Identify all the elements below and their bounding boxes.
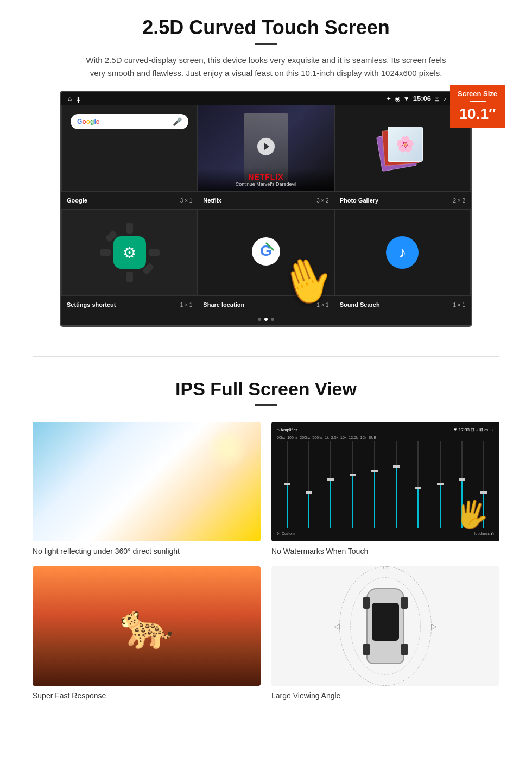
status-left: ⌂ ψ [68,95,81,103]
car-top-view: ◁ ▷ △ ▽ [345,572,426,680]
amp-bar-5 [364,441,384,528]
svg-rect-4 [100,249,111,256]
amp-header: ⌂ Amplifier ▼ 17:33 ⊡ ♪ ⊠ ▭ → [277,427,494,432]
app-grid-row1: Google 🎤 [61,105,471,192]
car-bg: ◁ ▷ △ ▽ [271,566,499,686]
mic-icon[interactable]: 🎤 [173,117,182,126]
status-time: 15:06 [413,94,431,103]
amplifier-image: ⌂ Amplifier ▼ 17:33 ⊡ ♪ ⊠ ▭ → 60hz100hz2… [271,422,499,541]
share-location-cell[interactable]: G 🤚 [198,209,334,296]
section2-divider [255,404,277,406]
features-grid: No light reflecting under 360° direct su… [33,422,499,700]
app-labels-row1: Google 3 × 1 Netflix 3 × 2 Photo Gallery… [61,192,471,209]
netflix-label: Netflix 3 × 2 [198,195,334,206]
gallery-card-top: 🌸 [388,127,423,162]
screen-size-value: 10.1″ [458,104,497,124]
music-note-icon: ♪ [386,236,419,269]
amp-bar-2 [299,441,319,528]
feature-sunlight: No light reflecting under 360° direct su… [33,422,261,556]
amp-bar-6 [386,441,406,528]
svg-rect-5 [149,249,160,256]
gallery-label: Photo Gallery 2 × 2 [334,195,471,206]
section-ips-screen: IPS Full Screen View No light reflecting… [0,373,532,716]
app-grid-row2: ⚙ G 🤚 [61,209,471,296]
wheel-front-right [401,597,408,609]
amp-preset: ⟨« Custom [277,532,295,536]
car-windshield [372,603,399,641]
feature-cheetah: 🐆 Super Fast Response [33,566,261,700]
amp-bar-7 [408,441,428,528]
amp-bar-1 [277,441,297,528]
gear-icon: ⚙ [123,244,136,262]
view-arrow-bottom: ▽ [383,683,389,686]
screen-mockup-wrapper: Screen Size 10.1″ ⌂ ψ ✦ ◉ ▼ 15:06 ⊡ ♪ ⊠ [60,91,472,327]
cheetah-image: 🐆 [33,566,261,686]
sound-search-cell[interactable]: ♪ [334,209,471,296]
volume-icon: ♪ [443,95,446,103]
amp-footer: ⟨« Custom loudness ◐ [277,532,494,536]
status-bar: ⌂ ψ ✦ ◉ ▼ 15:06 ⊡ ♪ ⊠ ▭ [61,92,471,105]
netflix-subtitle: Continue Marvel's Daredevil [202,181,329,187]
feature-amplifier: ⌂ Amplifier ▼ 17:33 ⊡ ♪ ⊠ ▭ → 60hz100hz2… [271,422,499,556]
usb-icon: ψ [76,95,81,103]
wheel-rear-right [401,644,408,655]
netflix-logo: NETFLIX [202,173,329,181]
sound-label: Sound Search 1 × 1 [334,299,471,310]
car-image: ◁ ▷ △ ▽ [271,566,499,686]
badge-divider [470,101,486,102]
section-divider [33,356,499,357]
feature-car: ◁ ▷ △ ▽ Large Viewing Angle [271,566,499,700]
car-caption: Large Viewing Angle [271,691,499,700]
cheetah-bg: 🐆 [33,566,261,686]
gallery-stack: 🌸 [378,124,427,173]
netflix-play-button[interactable] [257,138,275,155]
google-logo: Google [77,118,99,125]
sunlight-image [33,422,261,541]
svg-rect-3 [126,272,133,282]
app-labels-row2: Settings shortcut 1 × 1 Share location 1… [61,296,471,313]
hand-on-screen-icon: 🖐 [452,496,491,533]
camera-icon: ⊡ [434,95,440,103]
screen-size-badge: Screen Size 10.1″ [450,85,505,128]
amplifier-caption: No Watermarks When Touch [271,547,499,556]
settings-app-cell[interactable]: ⚙ [61,209,198,296]
pagination-dots [61,313,471,325]
google-maps-icon: G [252,237,280,268]
view-arrow-left: ◁ [334,622,340,630]
cheetah-caption: Super Fast Response [33,691,261,700]
home-icon[interactable]: ⌂ [68,95,72,103]
android-screen: ⌂ ψ ✦ ◉ ▼ 15:06 ⊡ ♪ ⊠ ▭ [60,91,472,327]
sunlight-rays [206,427,250,471]
view-arrow-top: △ [383,566,389,570]
google-search-bar[interactable]: Google 🎤 [71,114,188,129]
play-triangle-icon [264,143,269,150]
section1-description: With 2.5D curved-display screen, this de… [81,54,451,80]
wifi-icon: ▼ [403,95,410,103]
svg-text:G: G [260,242,272,259]
dot-2-active [264,318,268,321]
google-app-cell[interactable]: Google 🎤 [61,105,198,192]
netflix-app-cell[interactable]: NETFLIX Continue Marvel's Daredevil [198,105,334,192]
cheetah-icon: 🐆 [119,601,174,652]
svg-rect-2 [126,223,133,234]
bluetooth-icon: ✦ [386,95,391,103]
wheel-front-left [363,597,370,609]
section-curved-screen: 2.5D Curved Touch Screen With 2.5D curve… [0,0,532,340]
section1-title: 2.5D Curved Touch Screen [33,16,499,39]
title-divider [255,43,277,45]
amp-title: ⌂ Amplifier [277,427,297,432]
netflix-overlay: NETFLIX Continue Marvel's Daredevil [198,168,333,191]
amp-time: ▼ 17:33 ⊡ ♪ ⊠ ▭ → [453,427,494,432]
screen-size-label: Screen Size [458,90,497,98]
sunlight-bg [33,422,261,541]
maps-svg: G [252,237,280,266]
sunlight-caption: No light reflecting under 360° direct su… [33,547,261,556]
dot-1 [258,318,261,321]
amp-freq-labels: 60hz100hz200hz500hz1k2.5k10k12.5k15kSUB [277,436,494,439]
amp-bar-4 [343,441,363,528]
amplifier-bg: ⌂ Amplifier ▼ 17:33 ⊡ ♪ ⊠ ▭ → 60hz100hz2… [271,422,499,541]
settings-label: Settings shortcut 1 × 1 [61,299,198,310]
car-body-wrapper [366,588,404,664]
view-arrow-right: ▷ [431,622,437,630]
section2-title: IPS Full Screen View [33,379,499,400]
